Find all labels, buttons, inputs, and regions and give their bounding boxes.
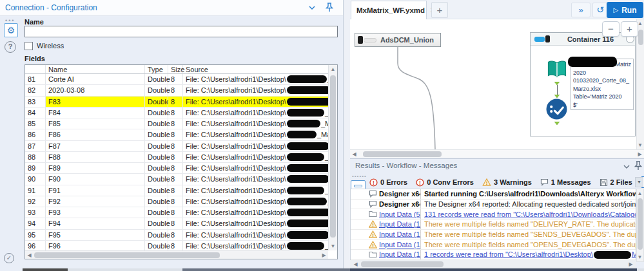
scroll-up-icon[interactable]: ▲ [329,65,337,73]
message-row[interactable]: Designer x64Started running C:\Users\alf… [351,189,636,200]
column-header-size[interactable]: Size [168,65,183,73]
scrollbar-thumb[interactable] [361,261,444,267]
scrollbar-thumb[interactable] [330,75,336,238]
filter-conv-errors[interactable]: ! 0 Conv Errors [416,178,474,187]
table-row[interactable]: 90F90Double8File: C:\Users\alfrodri1\Des… [25,174,328,185]
workflow-canvas[interactable]: AdsDCM_Union Container 116 [350,19,644,158]
filter-files[interactable]: 2 Files [600,178,632,187]
scroll-right-icon[interactable]: ▶ [627,260,635,268]
container-adsdcm-union[interactable]: AdsDCM_Union [355,33,441,47]
message-tool-link[interactable]: Designer x64 [379,200,420,208]
cell-type: Double [145,174,168,184]
container-toggle-track[interactable] [364,38,376,42]
scrollbar-thumb[interactable] [638,198,643,250]
message-tool-link[interactable]: Input Data (117) [379,230,420,238]
source-path-prefix: File: C:\Users\alfrodri1\Desktop\ [186,109,286,117]
container-116[interactable]: Container 116 [530,32,636,136]
scroll-down-icon[interactable]: ▼ [636,253,644,261]
table-row[interactable]: 85F85Double8File: C:\Users\alfrodri1\Des… [25,118,328,129]
panel-divider[interactable] [344,0,350,271]
collapse-chevron-icon[interactable] [308,4,316,12]
container-toggle-on-icon[interactable] [534,37,545,42]
workflow-tab[interactable]: MxMatrix_WF.yxmd ✕ [351,1,427,19]
message-tool-link[interactable]: Input Data (117) [379,241,420,248]
table-row[interactable]: 93F93Double8File: C:\Users\alfrodri1\Des… [25,207,328,218]
table-row[interactable]: 91F91Double8File: C:\Users\alfrodri1\Des… [25,185,328,196]
message-row[interactable]: Input Data (53)131 records were read fro… [351,209,636,220]
column-header-rownum[interactable] [25,65,46,73]
run-button[interactable]: ▷ Run [607,2,643,18]
zoom-out-button[interactable]: − [602,21,620,37]
help-icon[interactable]: ? [5,41,16,53]
scroll-left-icon[interactable]: ◀ [25,251,34,259]
input-data-tool[interactable] [545,59,569,82]
table-row[interactable]: 87F87Double8File: C:\Users\alfrodri1\Des… [25,141,328,152]
fields-horizontal-scrollbar[interactable]: ◀ ▶ [25,250,328,259]
table-row[interactable]: 89F89Double8File: C:\Users\alfrodri1\Des… [25,163,328,174]
table-row[interactable]: 96F96Double8File: C:\Users\alfrodri1\Des… [25,241,328,250]
table-row[interactable]: 94F94Double8File: C:\Users\alfrodri1\Des… [25,218,328,229]
bottom-strip [23,268,68,271]
select-tool[interactable] [545,98,568,120]
table-row[interactable]: 83F83Double8File: C:\Users\alfrodri1\Des… [25,97,328,107]
column-separator [420,209,421,219]
message-row[interactable]: Input Data (117)1 records were read from… [351,250,636,260]
message-row[interactable]: Designer x64The Designer x64 reported: A… [351,200,636,210]
scroll-down-icon[interactable]: ▼ [329,242,337,250]
apply-check-icon[interactable]: ✓ [4,253,14,263]
scrollbar-thumb[interactable] [363,151,442,157]
filter-errors[interactable]: ! 0 Errors [369,178,407,187]
fields-vertical-scrollbar[interactable]: ▲ ▼ [328,65,337,250]
svg-text:!: ! [372,232,374,238]
table-row[interactable]: 81Corte AIDouble8File: C:\Users\alfrodri… [25,74,328,85]
pin-icon[interactable] [634,161,643,171]
container-toggle-icon[interactable] [358,36,363,44]
zoom-in-button[interactable]: + [621,21,638,37]
scroll-down-icon[interactable]: ▼ [636,141,644,149]
scroll-right-icon[interactable]: ▶ [636,150,644,158]
table-row[interactable]: 86F86Double8File: C:\Users\alfrodri1\Des… [25,129,328,140]
column-header-name[interactable]: Name [46,65,145,73]
message-tool-link[interactable]: Input Data (117) [379,220,420,228]
message-row[interactable]: !Input Data (117)There were multiple fie… [351,230,636,240]
toolbar-grip[interactable]: •••••• [352,173,367,179]
pin-icon[interactable] [325,3,334,13]
column-header-type[interactable]: Type [145,65,168,73]
message-row[interactable]: !Input Data (117)There were multiple fie… [351,239,636,250]
cell-name: F88 [46,152,145,162]
canvas-vertical-scrollbar[interactable]: ▲ ▼ [636,19,644,149]
table-row[interactable]: 88F88Double8File: C:\Users\alfrodri1\Des… [25,152,328,163]
message-tool-link[interactable]: Input Data (117) [379,250,420,258]
wireless-checkbox[interactable] [24,42,33,50]
container-toggle-knob[interactable] [545,35,550,42]
scroll-right-icon[interactable]: ▶ [320,251,328,259]
message-row[interactable]: !Input Data (117)There were multiple fie… [351,220,636,230]
table-row[interactable]: 95F95Double8File: C:\Users\alfrodri1\Des… [25,230,328,241]
scroll-left-icon[interactable]: ◀ [351,260,360,268]
scroll-up-icon[interactable]: ▲ [636,189,644,198]
messages-vertical-scrollbar[interactable]: ▲ ▼ [636,189,644,262]
message-tool-link[interactable]: Input Data (53) [379,210,420,218]
column-header-source[interactable]: Source [183,65,328,73]
messages-horizontal-scrollbar[interactable]: ◀ ▶ [350,260,636,268]
filter-messages[interactable]: 1 Messages [540,178,591,186]
collapse-chevron-icon[interactable] [623,163,630,171]
scroll-left-icon[interactable]: ◀ [350,150,358,158]
scrollbar-thumb[interactable] [638,30,643,45]
toolbar-overflow-icon[interactable]: ▼ [635,177,643,187]
name-input[interactable] [24,26,338,37]
canvas-horizontal-scrollbar[interactable]: ◀ ▶ [350,149,644,158]
output-anchor-icon[interactable] [554,122,560,126]
cell-rownum: 95 [25,230,46,240]
table-row[interactable]: 84F84Double8File: C:\Users\alfrodri1\Des… [25,107,328,118]
more-tabs-icon[interactable]: » [571,3,590,17]
filter-warnings[interactable]: ! 3 Warnings [482,178,532,186]
scrollbar-thumb[interactable] [34,252,220,258]
table-row[interactable]: 92F92Double8File: C:\Users\alfrodri1\Des… [25,196,328,207]
source-path-prefix: File: C:\Users\alfrodri1\Desktop\ [186,164,286,172]
new-tab-button[interactable]: + [431,2,448,18]
table-row[interactable]: 822020-03-08Double8File: C:\Users\alfrod… [25,85,328,96]
run-history-icon[interactable]: ↺ [592,3,608,17]
gear-icon[interactable]: ⚙ [4,23,18,37]
message-tool-link[interactable]: Designer x64 [379,190,420,198]
